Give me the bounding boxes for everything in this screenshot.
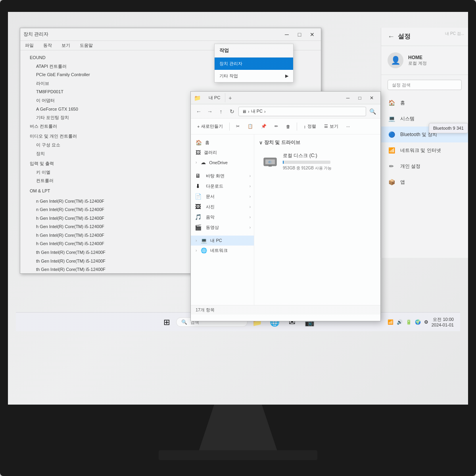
fe-title-left: 📁 내 PC + (194, 93, 235, 103)
videos-arrow-icon: › (250, 225, 251, 230)
fe-tab-mypc[interactable]: 내 PC (204, 93, 225, 102)
sidebar-item-network[interactable]: › 🌐 네트워크 (191, 246, 254, 255)
desktop-icon: 🖥 (194, 173, 202, 179)
mypc-expand-icon: › (196, 238, 197, 243)
sidebar-item-documents[interactable]: 📄 문서 › (191, 191, 254, 202)
svg-rect-2 (269, 165, 272, 167)
file-explorer-window: 📁 내 PC + ─ □ ✕ ← → ↑ ↻ (190, 91, 381, 321)
fe-back-button[interactable]: ← (194, 107, 203, 116)
sidebar-gallery-label: 갤러리 (204, 150, 217, 155)
drive-c-bar-container (283, 161, 330, 164)
sidebar-network-label: 네트워크 (210, 248, 228, 253)
onedrive-sidebar-icon: ☁ (201, 159, 206, 165)
sidebar-desktop-label: 바탕 화면 (206, 173, 225, 179)
fe-drive-c[interactable]: C: 로컬 디스크 (C:) 953GB 중 912GB 사용 가능 (259, 149, 376, 174)
sidebar-item-music[interactable]: 🎵 음악 › (191, 212, 254, 222)
taskbar-battery-icon[interactable]: 🔋 (406, 319, 412, 325)
fe-more-button[interactable]: ··· (343, 121, 353, 132)
task-popup-item-other[interactable]: 기타 작업 ▶ (215, 70, 293, 82)
fe-toolbar: + 새로만들기 ✂ 📋 📌 ✏ 🗑 ↕ 정렬 ☰ 보기 ··· (191, 119, 380, 134)
settings-panel: ← 설정 👤 HOME 로컬 계정 🏠 홈 💻 시스템 🔵 B (381, 28, 468, 258)
system-icon: 💻 (388, 115, 395, 123)
taskbar-chrome-icon[interactable]: 🌍 (415, 319, 421, 325)
settings-nav-personalization[interactable]: ✏ 개인 설정 (381, 158, 468, 174)
settings-nav-system-label: 시스템 (400, 115, 415, 122)
settings-nav-network[interactable]: 📶 네트워크 및 인터넷 (381, 142, 468, 158)
screen: 장치 관리자 ─ □ ✕ 파일 동작 보기 도움말 EOUND ATAPI 컨트… (8, 12, 468, 405)
fe-address-bar[interactable]: 🖥 › 내 PC › (238, 107, 366, 116)
dm-maximize-button[interactable]: □ (294, 31, 305, 38)
monitor-stand-base (159, 450, 317, 460)
settings-nav-apps[interactable]: 📦 앱 (381, 174, 468, 190)
sidebar-item-gallery[interactable]: 🖼 갤러리 (191, 148, 254, 157)
fe-statusbar: 17개 항목 (191, 305, 380, 315)
settings-nav-apps-label: 앱 (400, 179, 405, 186)
fe-view-button[interactable]: ☰ 보기 (321, 121, 342, 132)
fe-rename-button[interactable]: ✏ (271, 121, 281, 132)
fe-copy-button[interactable]: 📋 (244, 121, 256, 132)
fe-maximize-button[interactable]: □ (354, 94, 365, 102)
personalization-icon: ✏ (388, 162, 395, 170)
music-arrow-icon: › (250, 215, 251, 219)
sidebar-item-onedrive[interactable]: › ☁ OneDrive (191, 157, 254, 167)
search-icon: 🔍 (181, 319, 187, 325)
fe-paste-button[interactable]: 📌 (258, 121, 270, 132)
home-icon: 🏠 (388, 99, 395, 107)
apps-icon: 📦 (388, 178, 395, 186)
fe-forward-button[interactable]: → (205, 107, 215, 116)
view-icon: ☰ (324, 124, 328, 129)
fe-delete-button[interactable]: 🗑 (283, 121, 294, 132)
downloads-icon: ⬇ (194, 183, 202, 189)
sidebar-item-videos[interactable]: 🎬 동영상 › (191, 222, 254, 232)
taskbar-settings-icon[interactable]: ⚙ (424, 319, 428, 325)
settings-nav-home-label: 홈 (400, 100, 405, 106)
dm-menu-action[interactable]: 동작 (42, 42, 54, 49)
fe-sort-button[interactable]: ↕ 정렬 (300, 121, 319, 132)
dm-menu-view[interactable]: 보기 (60, 42, 72, 49)
fe-cut-button[interactable]: ✂ (233, 121, 243, 132)
taskbar-volume-icon[interactable]: 🔊 (397, 319, 403, 325)
drive-c-name: 로컬 디스크 (C:) (283, 152, 372, 159)
fe-sort-label: 정렬 (307, 123, 316, 129)
settings-nav-personalization-label: 개인 설정 (400, 163, 420, 170)
dm-menu-help[interactable]: 도움말 (78, 42, 94, 49)
svg-text:C:: C: (269, 160, 272, 164)
bluetooth-icon: 🔵 (388, 131, 395, 138)
dm-minimize-button[interactable]: ─ (281, 31, 292, 38)
settings-search-input[interactable] (388, 80, 462, 90)
fe-minimize-button[interactable]: ─ (342, 94, 353, 102)
sidebar-item-mypc[interactable]: › 💻 내 PC (191, 236, 254, 246)
fe-add-tab-button[interactable]: + (225, 93, 235, 103)
bluetooth-badge-text: Bluetooth 9 341 (433, 126, 464, 131)
drive-c-info: 로컬 디스크 (C:) 953GB 중 912GB 사용 가능 (283, 152, 372, 171)
network-icon: 📶 (388, 146, 395, 154)
taskbar-start-button[interactable]: ⊞ (159, 314, 175, 330)
sidebar-item-desktop[interactable]: 🖥 바탕 화면 › (191, 171, 254, 181)
sidebar-item-downloads[interactable]: ⬇ 다운로드 › (191, 181, 254, 191)
sidebar-mypc-label: 내 PC (210, 238, 222, 244)
fe-up-button[interactable]: ↑ (216, 107, 226, 116)
sidebar-documents-label: 문서 (206, 194, 215, 200)
folder-icon: 📁 (194, 95, 201, 101)
drive-c-space: 953GB 중 912GB 사용 가능 (283, 165, 372, 171)
fe-new-button[interactable]: + 새로만들기 (194, 121, 226, 132)
fe-search-button[interactable]: 🔍 (368, 107, 377, 116)
fe-refresh-button[interactable]: ↻ (227, 107, 237, 116)
dm-menu-file[interactable]: 파일 (23, 42, 35, 49)
settings-nav-home[interactable]: 🏠 홈 (381, 95, 468, 111)
taskbar-network-icon[interactable]: 📶 (388, 319, 393, 325)
settings-header: ← 설정 (381, 28, 468, 46)
settings-back-button[interactable]: ← (388, 33, 395, 41)
fe-toolbar-separator2 (297, 123, 297, 131)
sidebar-item-home[interactable]: 🏠 홈 (191, 138, 254, 148)
dm-close-button[interactable]: ✕ (307, 31, 318, 38)
dm-window-controls: ─ □ ✕ (281, 31, 318, 38)
task-popup-item-device-manager[interactable]: 장치 관리자 (215, 58, 293, 70)
profile-name: HOME (408, 55, 427, 60)
settings-profile: 👤 HOME 로컬 계정 (381, 46, 468, 75)
fe-close-button[interactable]: ✕ (366, 94, 377, 102)
sidebar-item-pictures[interactable]: 🖼 사진 › (191, 202, 254, 212)
fe-address-separator: › (248, 109, 250, 114)
settings-corner-label: 내 PC 검... (445, 31, 464, 36)
settings-nav-network-label: 네트워크 및 인터넷 (400, 147, 441, 154)
